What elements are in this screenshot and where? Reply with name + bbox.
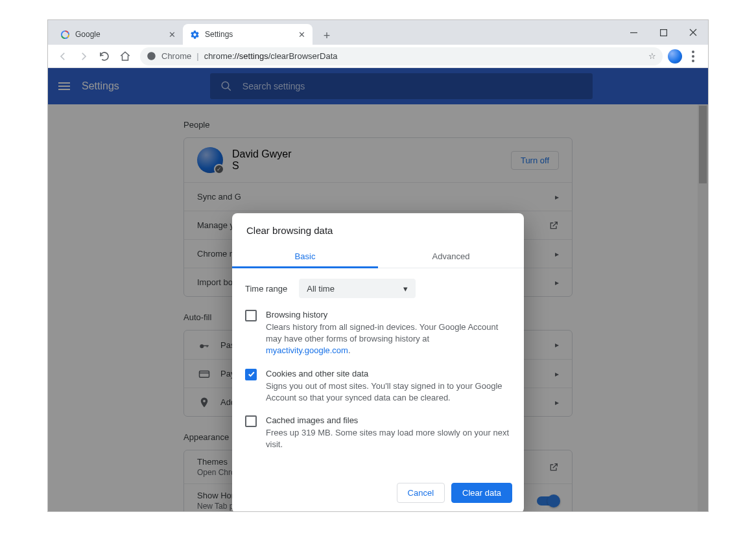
close-icon[interactable]: ✕ <box>167 30 176 39</box>
checkbox-browsing-history[interactable] <box>245 310 257 321</box>
time-range-label: Time range <box>245 284 287 294</box>
option-title: Browsing history <box>266 310 511 320</box>
tab-google[interactable]: Google ✕ <box>53 24 183 45</box>
option-title: Cached images and files <box>266 415 511 425</box>
tab-settings[interactable]: Settings ✕ <box>183 24 313 45</box>
tab-advanced[interactable]: Advanced <box>378 245 524 268</box>
omnibox-chip: Chrome <box>161 51 191 61</box>
browser-toolbar: Chrome | chrome://settings/clearBrowserD… <box>48 45 708 68</box>
minimize-button[interactable] <box>619 20 648 45</box>
cancel-button[interactable]: Cancel <box>397 483 445 503</box>
new-tab-button[interactable]: + <box>318 27 336 45</box>
option-description: Clears history from all signed-in device… <box>266 321 511 357</box>
checkbox-cache[interactable] <box>245 415 257 427</box>
tab-title: Settings <box>205 30 297 39</box>
bookmark-star-icon[interactable]: ☆ <box>648 51 656 61</box>
time-range-select[interactable]: All time ▾ <box>299 279 416 298</box>
option-title: Cookies and other site data <box>266 369 511 378</box>
option-description: Signs you out of most sites. You'll stay… <box>266 380 511 404</box>
svg-rect-2 <box>660 29 667 36</box>
tab-basic[interactable]: Basic <box>232 245 378 268</box>
myactivity-link[interactable]: myactivity.google.com <box>266 345 348 355</box>
chevron-down-icon: ▾ <box>403 284 408 294</box>
maximize-button[interactable] <box>648 20 678 45</box>
omnibox[interactable]: Chrome | chrome://settings/clearBrowserD… <box>140 47 663 65</box>
chrome-logo-icon <box>147 51 156 61</box>
settings-gear-icon <box>189 29 200 40</box>
option-browsing-history: Browsing history Clears history from all… <box>245 310 511 357</box>
option-cookies: Cookies and other site data Signs you ou… <box>245 369 511 404</box>
dialog-title: Clear browsing data <box>232 213 524 245</box>
tab-title: Google <box>75 30 167 39</box>
menu-button[interactable] <box>683 47 703 66</box>
option-cache: Cached images and files Frees up 319 MB.… <box>245 415 511 450</box>
reload-button[interactable] <box>95 47 114 66</box>
clear-browsing-data-dialog: Clear browsing data Basic Advanced Time … <box>232 213 524 511</box>
clear-data-button[interactable]: Clear data <box>451 483 512 503</box>
close-window-button[interactable] <box>678 20 708 45</box>
home-button[interactable] <box>115 47 135 66</box>
window-controls <box>619 20 708 45</box>
omnibox-url: chrome://settings/clearBrowserData <box>204 51 338 61</box>
checkbox-cookies[interactable] <box>245 369 257 380</box>
dialog-tabs: Basic Advanced <box>232 245 524 268</box>
option-description: Frees up 319 MB. Some sites may load mor… <box>266 427 511 450</box>
browser-window: Google ✕ Settings ✕ + Chrome | chrome://… <box>47 19 709 512</box>
google-favicon <box>60 29 70 40</box>
content-area: Settings Search settings People ✓ David … <box>48 68 708 511</box>
back-button[interactable] <box>53 47 73 66</box>
profile-avatar-button[interactable] <box>668 49 682 64</box>
tab-strip: Google ✕ Settings ✕ + <box>48 20 708 45</box>
omnibox-separator: | <box>196 51 198 61</box>
close-icon[interactable]: ✕ <box>297 30 306 39</box>
svg-point-5 <box>147 52 156 60</box>
forward-button[interactable] <box>74 47 93 66</box>
